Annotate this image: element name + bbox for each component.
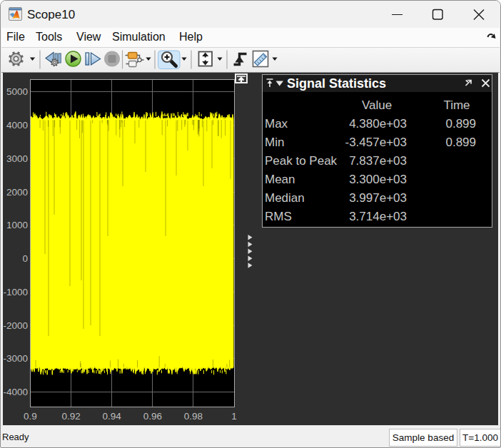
svg-text:0: 0: [22, 253, 28, 264]
svg-text:0.98: 0.98: [184, 411, 203, 422]
svg-text:-4000: -4000: [3, 387, 28, 397]
svg-text:2000: 2000: [6, 187, 28, 198]
svg-text:-2000: -2000: [3, 320, 28, 331]
svg-text:1: 1: [231, 411, 237, 422]
svg-text:0.92: 0.92: [61, 411, 80, 422]
svg-text:4000: 4000: [6, 120, 28, 131]
svg-text:5000: 5000: [6, 86, 28, 97]
svg-text:0.94: 0.94: [103, 411, 122, 422]
svg-text:0.9: 0.9: [24, 411, 37, 422]
svg-text:-3000: -3000: [3, 353, 28, 364]
svg-text:3000: 3000: [6, 153, 28, 164]
svg-text:0.96: 0.96: [143, 411, 162, 422]
svg-text:1000: 1000: [6, 220, 28, 230]
svg-text:-1000: -1000: [3, 287, 28, 297]
